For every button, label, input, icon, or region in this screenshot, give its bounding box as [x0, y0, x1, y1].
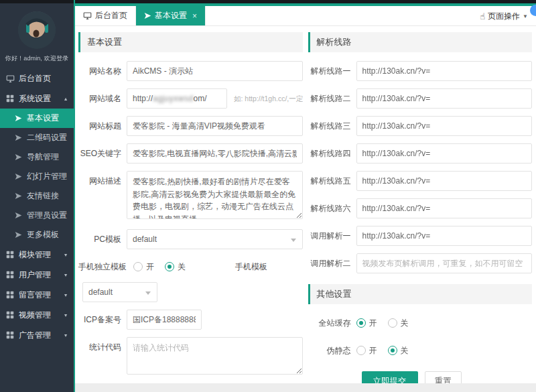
parse-line-4-input[interactable] — [356, 143, 533, 164]
domain-hint: 如: http://t1gh.cc/,一定要以斜杠结尾，否则出错！ — [227, 88, 303, 109]
form-row-domain: 网站域名 http://agjuyxwsdom/ 如: http://t1gh.… — [78, 88, 303, 109]
sidebar-item-label: 友情链接 — [27, 190, 59, 202]
tab-label: 后台首页 — [95, 10, 127, 21]
cache-off-radio[interactable]: 关 — [388, 313, 409, 333]
sidebar-group-label: 模块管理 — [19, 249, 51, 261]
form-row-parse-line-2: 解析线路二 — [308, 88, 533, 109]
form-row-parse-line-4: 解析线路四 — [308, 143, 533, 164]
site-name-input[interactable] — [127, 61, 303, 81]
sidebar-group-ads[interactable]: 广告管理 ▼ — [0, 325, 74, 345]
parse-lines-column: 解析线路 解析线路一 解析线路二 解析线路三 解析线路四 解析线路五 — [308, 32, 533, 383]
form-row-parse-line-5: 解析线路五 — [308, 171, 533, 191]
user-avatar[interactable] — [18, 11, 56, 49]
reset-button[interactable]: 重置 — [425, 371, 462, 383]
sidebar-item-basic-settings[interactable]: 基本设置 — [0, 109, 74, 128]
modules-icon — [5, 270, 15, 279]
sidebar-group-messages[interactable]: 留言管理 ▼ — [0, 285, 74, 305]
paper-plane-icon — [15, 211, 23, 220]
call-parse-1-input[interactable] — [356, 226, 533, 246]
sidebar-group-label: 用户管理 — [19, 269, 51, 281]
chevron-down-icon — [145, 291, 151, 295]
parse-line-5-input[interactable] — [356, 171, 533, 191]
parse-line-1-input[interactable] — [356, 61, 533, 81]
sidebar-item-qrcode-settings[interactable]: 二维码设置 — [0, 128, 74, 147]
main-panel: 基本设置 网站名称 网站域名 http://agjuyxwsdom/ 如: ht… — [75, 26, 536, 383]
sidebar-group-modules[interactable]: 模块管理 ▼ — [0, 245, 74, 265]
close-icon[interactable]: × — [192, 11, 197, 21]
tab-label: 基本设置 — [155, 10, 187, 21]
site-domain-input[interactable]: http://agjuyxwsdom/ — [127, 88, 227, 109]
radio-label: 开 — [146, 257, 154, 277]
parse-line-3-input[interactable] — [356, 116, 533, 136]
stats-code-textarea[interactable] — [127, 337, 303, 375]
cache-on-radio[interactable]: 开 — [356, 313, 377, 333]
sidebar-item-label: 导航管理 — [27, 151, 59, 163]
sidebar-group-users[interactable]: 用户管理 ▼ — [0, 265, 74, 285]
paper-plane-icon — [15, 192, 23, 200]
domain-prefix: http:// — [133, 94, 153, 103]
site-title-input[interactable] — [127, 116, 303, 136]
page-actions-label: 页面操作 — [488, 11, 520, 22]
seo-keywords-input[interactable] — [127, 143, 303, 164]
field-label: 解析线路五 — [308, 171, 356, 191]
paper-plane-icon — [144, 12, 151, 19]
field-label: 解析线路四 — [308, 143, 356, 164]
sidebar-item-friend-links[interactable]: 友情链接 — [0, 186, 74, 206]
sidebar-item-admin-settings[interactable]: 管理员设置 — [0, 206, 74, 225]
field-label: 全站缓存 — [308, 313, 356, 333]
field-label: 解析线路三 — [308, 116, 356, 136]
selected-option: default — [133, 235, 157, 244]
tab-home[interactable]: 后台首页 — [75, 6, 136, 25]
form-row-call-parse-2: 调用解析二 — [308, 253, 533, 273]
icp-number-input[interactable] — [127, 310, 202, 330]
mobile-independent-on-radio[interactable]: 开 — [133, 257, 154, 277]
sidebar-item-nav-management[interactable]: 导航管理 — [0, 147, 74, 167]
chevron-down-icon: ▼ — [63, 292, 68, 298]
page-actions-button[interactable]: ☝ 页面操作 ▼ — [480, 6, 528, 26]
mobile-template-label: 手机模板 — [235, 261, 267, 273]
paper-plane-icon — [15, 231, 23, 239]
radio-icon — [388, 318, 397, 328]
submit-button[interactable]: 立即提交 — [362, 371, 418, 383]
modules-icon — [5, 330, 15, 340]
form-row-stats-code: 统计代码 — [78, 337, 303, 377]
call-parse-2-input[interactable] — [356, 253, 533, 273]
sidebar-item-more-templates[interactable]: 更多模板 — [0, 225, 74, 245]
field-label: 手机独立模板 — [78, 261, 127, 273]
sidebar-item-label: 二维码设置 — [27, 132, 67, 143]
radio-icon — [356, 318, 366, 328]
radio-icon — [356, 346, 366, 355]
modules-icon — [5, 94, 15, 103]
mobile-template-select[interactable]: default — [82, 282, 157, 302]
sidebar-item-label: 管理员设置 — [27, 210, 67, 221]
radio-label: 开 — [369, 313, 377, 333]
modules-icon — [5, 250, 15, 259]
parse-line-6-input[interactable] — [356, 198, 533, 218]
sidebar: 你好！admin, 欢迎登录 后台首页 系统设置 ▲ 基本设置 二维码设置 导航… — [0, 3, 74, 392]
field-label: 解析线路一 — [308, 61, 356, 81]
paper-plane-icon — [15, 172, 23, 181]
sidebar-group-videos[interactable]: 视频管理 ▼ — [0, 305, 74, 325]
field-label: 解析线路二 — [308, 88, 356, 109]
radio-label: 关 — [178, 257, 186, 277]
site-description-textarea[interactable]: 爱客影院,热剧快播,最好看的剧情片尽在爱客影院,高清云影视免费为大家提供最新最全… — [127, 171, 303, 219]
sidebar-group-system[interactable]: 系统设置 ▲ — [0, 88, 74, 109]
rewrite-on-radio[interactable]: 开 — [356, 340, 377, 361]
rewrite-off-radio[interactable]: 关 — [388, 340, 409, 361]
notification-badge[interactable] — [530, 5, 536, 16]
form-row-site-title: 网站标题 — [78, 116, 303, 136]
form-row-parse-line-3: 解析线路三 — [308, 116, 533, 136]
form-row-rewrite: 伪静态 开 关 — [308, 340, 533, 361]
field-label: 解析线路六 — [308, 198, 356, 218]
radio-icon — [133, 262, 143, 271]
tab-basic-settings[interactable]: 基本设置 × — [136, 6, 206, 25]
pc-template-select[interactable]: default — [127, 229, 303, 249]
mobile-independent-off-radio[interactable]: 关 — [165, 257, 186, 277]
tab-bar: 后台首页 基本设置 × ☝ 页面操作 ▼ — [75, 6, 536, 26]
sidebar-item-slides-management[interactable]: 幻灯片管理 — [0, 167, 74, 186]
sidebar-item-home[interactable]: 后台首页 — [0, 68, 74, 88]
parse-line-2-input[interactable] — [356, 88, 533, 109]
chevron-down-icon — [291, 239, 296, 242]
form-row-call-parse-1: 调用解析一 — [308, 226, 533, 246]
field-label: 网站标题 — [78, 116, 127, 136]
